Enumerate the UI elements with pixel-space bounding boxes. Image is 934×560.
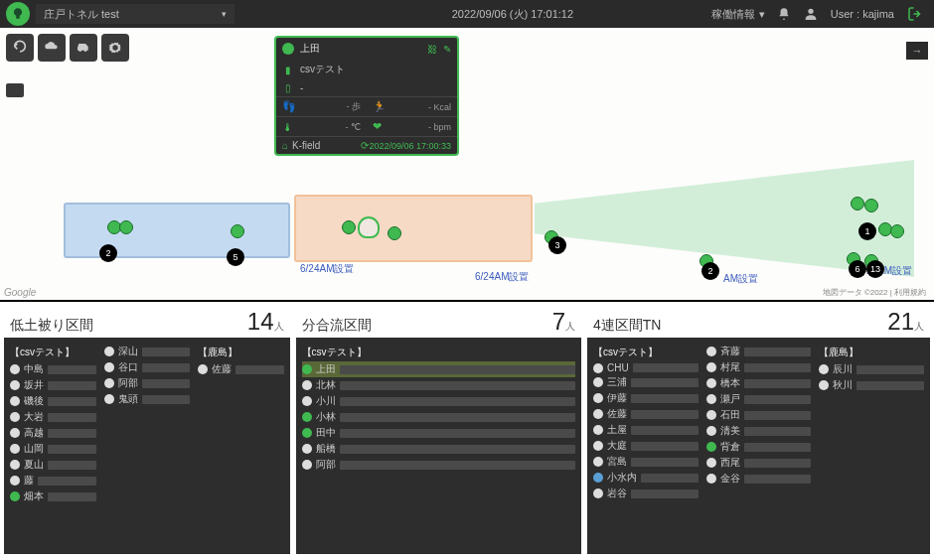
person-row[interactable]: 三浦 [593,374,699,390]
person-row[interactable]: 伊藤 [593,390,699,406]
link-icon[interactable]: ⛓ [427,44,437,55]
person-name: 小林 [316,410,336,424]
person-row[interactable]: 岩谷 [593,486,699,501]
person-row[interactable]: 坂井 [10,377,96,393]
person-row[interactable]: 大岩 [10,409,96,425]
person-row[interactable]: 高越 [10,425,96,441]
group-label: 【csvテスト】 [593,346,699,359]
person-row[interactable]: 佐藤 [593,406,699,422]
person-row[interactable]: 鬼頭 [104,391,191,407]
person-row[interactable]: 村尾 [706,359,812,375]
user-avatar-icon[interactable] [803,6,819,22]
person-row[interactable]: 佐藤 [198,361,284,377]
person-name: 大庭 [607,439,627,453]
person-row[interactable]: 背倉 [706,439,812,455]
helmet-status-icon [302,444,312,454]
person-row[interactable]: 田中 [302,425,576,441]
person-row[interactable]: 磯後 [10,393,96,409]
person-row[interactable]: 夏山 [10,457,96,473]
person-detail-blurred [856,365,924,374]
helmet-status-icon [10,444,20,454]
worker-marker[interactable] [864,199,878,212]
edit-icon[interactable]: ✎ [443,44,451,55]
helmet-status-icon [593,393,603,403]
person-row[interactable]: 清美 [706,423,812,439]
phone-icon: ▯ [282,82,294,93]
person-row[interactable]: 宮島 [593,454,699,470]
person-name: 大岩 [24,410,44,424]
collapse-left-button[interactable] [6,83,24,97]
person-detail-blurred [48,461,96,470]
count-badge[interactable]: 5 [227,248,244,266]
person-row[interactable]: CHU [593,361,699,374]
person-name: 金谷 [720,472,740,486]
project-selector[interactable]: 庄戸トネル test [36,4,234,24]
person-row[interactable]: 土屋 [593,422,699,438]
count-badge[interactable]: 1 [858,222,876,240]
worker-marker[interactable] [890,224,904,238]
person-row[interactable]: 畑本 [10,489,96,504]
person-row[interactable]: 阿部 [104,375,191,391]
person-detail-blurred [631,378,699,387]
person-row[interactable]: 秋川 [819,377,924,393]
person-row[interactable]: 中島 [10,361,96,377]
person-row[interactable]: 藤 [10,473,96,489]
count-badge[interactable]: 2 [99,244,117,262]
count-badge[interactable]: 3 [548,236,566,254]
person-row[interactable]: 山岡 [10,441,96,457]
panel-title: 分合流区間 [302,317,372,335]
person-row[interactable]: 船橋 [302,441,576,457]
person-row[interactable]: 西尾 [706,455,812,471]
person-row[interactable]: 斉藤 [706,344,812,359]
helmet-status-icon [593,409,603,419]
person-detail-blurred [633,363,699,372]
person-detail-blurred [142,395,191,404]
person-row[interactable]: 小水内 [593,470,699,486]
app-logo-icon[interactable] [6,2,30,26]
worker-marker[interactable] [342,220,356,234]
person-row[interactable]: 金谷 [706,471,812,487]
zone-label-b: 6/24AM設置 [475,270,529,284]
worker-marker[interactable] [231,224,244,238]
person-detail-blurred [48,429,96,438]
layer-selector[interactable]: 稼働情報 ▾ [711,7,765,22]
count-badge[interactable]: 13 [866,260,884,278]
count-badge[interactable]: 6 [849,260,866,278]
notifications-icon[interactable] [777,7,791,21]
helmet-status-icon [302,380,312,390]
person-row[interactable]: 橋本 [706,375,812,391]
refresh-icon[interactable]: ⟳ [361,140,369,151]
person-detail-blurred [235,365,284,374]
worker-marker[interactable] [388,226,401,240]
zone-orange[interactable] [294,195,533,262]
worker-helmet-marker[interactable] [358,216,380,238]
worker-marker[interactable] [851,197,864,210]
person-row[interactable]: 辰川 [819,361,924,377]
person-row[interactable]: 瀬戸 [706,391,812,407]
person-detail-blurred [641,474,699,483]
person-row[interactable]: 上田 [302,361,576,377]
person-row[interactable]: 阿部 [302,457,576,473]
person-row[interactable]: 深山 [104,344,191,359]
helmet-status-icon [819,380,829,390]
settings-button[interactable] [101,34,129,62]
vehicle-button[interactable] [70,34,97,62]
count-badge[interactable]: 2 [701,262,719,280]
map-view[interactable]: → 上田 ⛓ ✎ ▮ csvテスト ▯ - 👣 - 歩 [0,28,934,302]
person-row[interactable]: 小川 [302,393,576,409]
zone-blue[interactable] [64,203,290,258]
person-detail-blurred [142,379,191,388]
person-row[interactable]: 小林 [302,409,576,425]
bpm-cell: ❤ - bpm [367,117,457,136]
person-row[interactable]: 谷口 [104,359,191,375]
person-row[interactable]: 石田 [706,407,812,423]
logout-icon[interactable] [906,5,924,23]
undo-button[interactable] [6,34,34,62]
map-scale-info: 地図データ ©2022 | 利用規約 [823,287,926,298]
expand-right-button[interactable]: → [906,42,928,60]
person-detail-blurred [340,429,576,438]
worker-marker[interactable] [119,220,133,234]
person-row[interactable]: 北林 [302,377,576,393]
weather-button[interactable] [38,34,66,62]
person-row[interactable]: 大庭 [593,438,699,454]
